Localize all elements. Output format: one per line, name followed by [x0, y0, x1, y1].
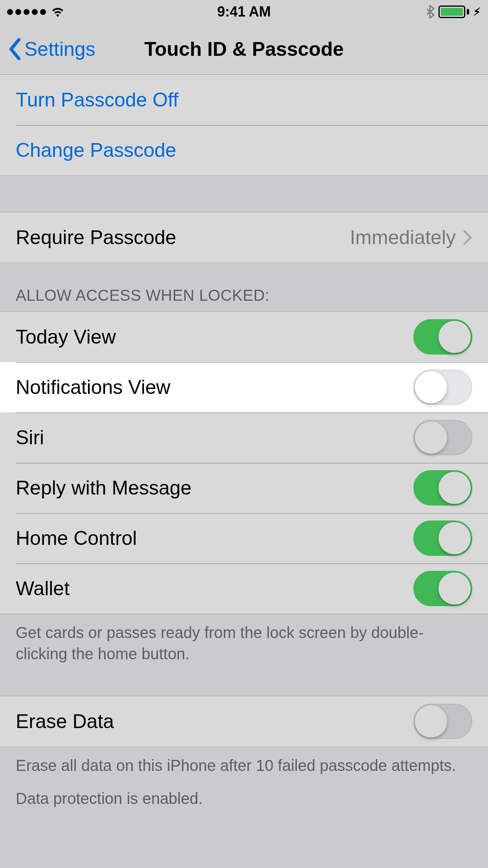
back-button[interactable]: Settings [8, 37, 95, 61]
erase-data-group: Erase Data [0, 696, 488, 747]
erase-data-footer-line2: Data protection is enabled. [16, 788, 472, 809]
access-row-label: Home Control [16, 527, 137, 550]
erase-data-footer-line1: Erase all data on this iPhone after 10 f… [16, 755, 472, 776]
access-row-label: Today View [16, 326, 116, 348]
allow-access-header: ALLOW ACCESS WHEN LOCKED: [0, 263, 488, 311]
erase-data-toggle[interactable] [413, 704, 472, 739]
access-row-label: Wallet [16, 577, 70, 600]
chevron-left-icon [8, 37, 22, 61]
require-passcode-label: Require Passcode [16, 226, 176, 249]
chevron-right-icon [463, 230, 472, 245]
require-passcode-value: Immediately [350, 226, 456, 249]
erase-data-row: Erase Data [0, 696, 488, 747]
turn-passcode-off-button[interactable]: Turn Passcode Off [0, 75, 488, 125]
change-passcode-button[interactable]: Change Passcode [0, 125, 488, 175]
access-row-label: Notifications View [16, 376, 171, 399]
access-toggle[interactable] [413, 470, 472, 506]
turn-passcode-off-label: Turn Passcode Off [16, 88, 178, 111]
erase-data-label: Erase Data [16, 710, 114, 733]
access-toggle[interactable] [413, 370, 472, 405]
allow-access-footer: Get cards or passes ready from the lock … [0, 614, 488, 676]
back-label: Settings [24, 38, 95, 61]
access-row: Wallet [0, 563, 488, 614]
require-passcode-row[interactable]: Require Passcode Immediately [0, 212, 488, 263]
access-toggle[interactable] [413, 420, 472, 455]
access-toggle[interactable] [413, 520, 472, 556]
access-row: Notifications View [0, 362, 488, 412]
allow-access-group: Today ViewNotifications ViewSiriReply wi… [0, 311, 488, 614]
access-toggle[interactable] [413, 571, 472, 606]
access-row: Home Control [0, 513, 488, 563]
battery-icon [438, 6, 469, 18]
access-toggle[interactable] [413, 319, 472, 355]
access-row-label: Siri [16, 426, 44, 449]
status-bar: 9:41 AM ⚡︎ [0, 0, 488, 24]
navigation-bar: Settings Touch ID & Passcode [0, 24, 488, 75]
change-passcode-label: Change Passcode [16, 139, 176, 162]
access-row: Reply with Message [0, 463, 488, 513]
access-row-label: Reply with Message [16, 476, 191, 499]
erase-data-footer: Erase all data on this iPhone after 10 f… [0, 747, 488, 821]
access-row: Today View [0, 312, 488, 362]
require-passcode-group: Require Passcode Immediately [0, 212, 488, 263]
access-row: Siri [0, 412, 488, 463]
passcode-actions-group: Turn Passcode Off Change Passcode [0, 75, 488, 176]
status-time: 9:41 AM [0, 4, 488, 20]
